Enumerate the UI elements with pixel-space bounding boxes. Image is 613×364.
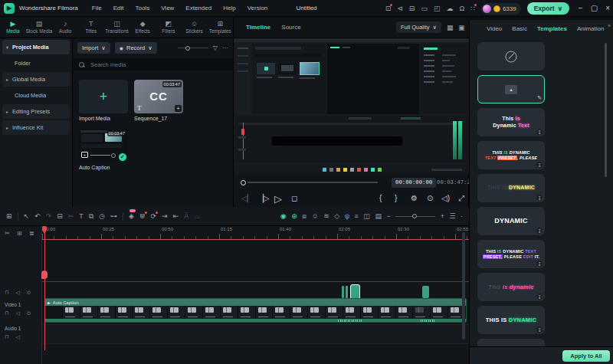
timeline-zoom-slider[interactable] bbox=[395, 216, 435, 217]
zoom-in-icon[interactable]: + bbox=[441, 213, 444, 220]
crop-icon[interactable]: ⧉ bbox=[89, 213, 93, 220]
ai-assistant-icon[interactable]: ◉ bbox=[280, 213, 287, 220]
vertical-scrollbar[interactable] bbox=[462, 232, 465, 339]
lock-icon[interactable]: ⊓ bbox=[5, 334, 8, 339]
menu-extended[interactable]: Extended bbox=[185, 5, 211, 11]
visibility-icon[interactable]: ⊙ bbox=[27, 290, 31, 295]
panel-collapse-icon[interactable]: » bbox=[608, 23, 611, 28]
panel-tab-video[interactable]: Video bbox=[487, 25, 502, 32]
template-none[interactable] bbox=[477, 42, 545, 71]
split-icon[interactable]: ✂ bbox=[68, 213, 74, 220]
apps-icon[interactable]: ∷ bbox=[470, 5, 475, 12]
account-pill[interactable]: 6339 bbox=[481, 3, 521, 15]
ai-avatar-icon[interactable]: ☺ bbox=[312, 213, 319, 220]
sidebar-item-cloud-media[interactable]: Cloud Media bbox=[2, 88, 70, 103]
tab-stickers[interactable]: ☺Stickers bbox=[182, 17, 208, 38]
tab-templates[interactable]: ⊞Templates bbox=[207, 17, 233, 38]
mic-icon[interactable]: ψ bbox=[345, 213, 349, 220]
mute-icon[interactable]: ◁ bbox=[15, 334, 19, 339]
seek-track[interactable] bbox=[247, 182, 378, 183]
stop-button[interactable]: ◻ bbox=[291, 195, 297, 202]
menu-file[interactable]: File bbox=[92, 5, 102, 11]
caption-clip[interactable] bbox=[422, 286, 429, 298]
tab-filters[interactable]: ◩Filters bbox=[156, 17, 182, 38]
sidebar-item-project-media[interactable]: ▾Project Media bbox=[2, 40, 70, 54]
audio-track-lane[interactable] bbox=[42, 324, 469, 344]
mute-icon[interactable]: ◁ bbox=[15, 290, 19, 295]
seek-handle[interactable] bbox=[241, 180, 246, 185]
lock-icon[interactable]: ⊓ bbox=[5, 290, 8, 295]
auto-caption-clip[interactable]: ▶ Auto Caption bbox=[44, 298, 467, 323]
export-button[interactable]: Export ∨ bbox=[527, 2, 569, 15]
avatar[interactable] bbox=[483, 5, 491, 13]
menu-view[interactable]: View bbox=[161, 5, 174, 11]
preview-tab-timeline[interactable]: Timeline bbox=[246, 24, 270, 31]
zoom-out-icon[interactable]: − bbox=[386, 213, 390, 220]
caption-clip[interactable] bbox=[342, 286, 344, 298]
timeline-marker[interactable] bbox=[41, 271, 48, 279]
motion-track-icon[interactable]: ⊛ bbox=[291, 213, 297, 220]
quality-selector[interactable]: Full Quality ∨ bbox=[396, 21, 441, 33]
add-clip-icon[interactable]: ⊞ bbox=[17, 231, 22, 237]
handle-dot-icon[interactable]: · bbox=[461, 213, 463, 220]
quick-split-icon[interactable]: ✂ bbox=[5, 231, 10, 237]
sidebar-item-influence-kit[interactable]: ▸Influence Kit bbox=[2, 120, 70, 135]
panel-tab-animation[interactable]: Animation bbox=[577, 25, 605, 32]
feedback-icon[interactable]: ⊟ bbox=[409, 5, 415, 12]
play-button[interactable]: ▷ bbox=[274, 194, 282, 204]
select-tool-icon[interactable]: ↖ bbox=[24, 213, 30, 220]
fullscreen-button[interactable]: ⤢ bbox=[458, 195, 464, 202]
broadcast-icon[interactable]: ≋ bbox=[323, 213, 329, 220]
sidebar-item-editing-presets[interactable]: ▸Editing Presets bbox=[2, 104, 70, 119]
screen-icon[interactable]: ▭ bbox=[421, 5, 428, 12]
playhead-line[interactable] bbox=[44, 226, 45, 350]
auto-ripple-icon[interactable]: ⟳ bbox=[151, 213, 157, 220]
menu-help[interactable]: Help bbox=[223, 5, 235, 11]
speech-to-text-icon[interactable]: ⌓ bbox=[194, 213, 199, 220]
menu-edit[interactable]: Edit bbox=[113, 5, 124, 11]
panel-tab-basic[interactable]: Basic bbox=[512, 25, 527, 32]
track-manager-icon[interactable]: ≣ bbox=[29, 231, 34, 237]
next-frame-button[interactable]: ▕▷ bbox=[257, 195, 269, 202]
track-height-icon[interactable]: ☰ bbox=[449, 213, 455, 220]
mixer-icon[interactable]: ≡ bbox=[355, 213, 359, 220]
template-tile-8[interactable]: THIS IS DYNAMIC↧ bbox=[477, 306, 545, 334]
link-icon[interactable]: ⊶ bbox=[110, 213, 117, 220]
screen-record-icon[interactable]: ⧈ bbox=[302, 213, 306, 220]
tab-titles[interactable]: TTitles bbox=[78, 17, 104, 38]
template-tile-5[interactable]: DYNAMIC↧ bbox=[477, 207, 545, 235]
proxy-icon[interactable]: ▤ bbox=[375, 213, 382, 220]
multiview-icon[interactable]: ▦ bbox=[447, 24, 454, 31]
mark-out-button[interactable]: } bbox=[395, 195, 397, 202]
tab-stock-media[interactable]: ▤Stock Media bbox=[26, 17, 53, 38]
panel-tab-templates[interactable]: Templates bbox=[537, 25, 567, 32]
menu-version[interactable]: Version bbox=[247, 5, 268, 11]
gift-icon[interactable]: ⊡ bbox=[385, 5, 392, 12]
template-tile-3[interactable]: THIS IS DYNAMICTEXT PRESET, PLEASE↧ bbox=[477, 141, 545, 169]
toolbox-icon[interactable]: ⊞ bbox=[6, 213, 12, 220]
mute-icon[interactable]: ◁ bbox=[15, 310, 19, 316]
lock-icon[interactable]: ⊓ bbox=[5, 310, 8, 316]
magnet-icon[interactable]: ⋓ bbox=[139, 213, 146, 220]
mark-in-button[interactable]: { bbox=[379, 195, 382, 202]
redo-icon[interactable]: ↷ bbox=[46, 213, 52, 220]
close-button[interactable]: × bbox=[605, 5, 610, 12]
caption-clip[interactable] bbox=[346, 286, 348, 298]
template-tile-6[interactable]: THIS IS DYNAMIC TEXTPRESET, PLEASE EDIT … bbox=[477, 240, 545, 268]
filter-icon[interactable]: ▽ bbox=[213, 44, 218, 51]
template-tile-9[interactable] bbox=[477, 339, 545, 346]
template-custom[interactable]: ▴✎ bbox=[477, 75, 545, 103]
sequence-tile[interactable]: 00:03:47 CC T + bbox=[134, 80, 183, 113]
search-input[interactable] bbox=[89, 61, 207, 69]
clip-out-icon[interactable]: ⇤ bbox=[173, 213, 179, 220]
add-to-timeline-icon[interactable]: + bbox=[175, 105, 182, 112]
volume-button[interactable]: ◁) bbox=[441, 195, 450, 202]
text-tool-icon[interactable]: T bbox=[79, 213, 84, 220]
keyframe-icon[interactable]: ◈ bbox=[129, 213, 134, 220]
template-tile-2[interactable]: This IsDynamic Text↧ bbox=[477, 108, 545, 136]
templates-scrollbar[interactable] bbox=[605, 43, 607, 177]
background-icon[interactable]: ▣ bbox=[458, 24, 465, 31]
more-options-icon[interactable]: ··· bbox=[222, 44, 228, 51]
current-timecode[interactable]: 00:00:00:00 bbox=[392, 178, 436, 188]
tab-transitions[interactable]: ◫Transitions bbox=[104, 17, 130, 38]
